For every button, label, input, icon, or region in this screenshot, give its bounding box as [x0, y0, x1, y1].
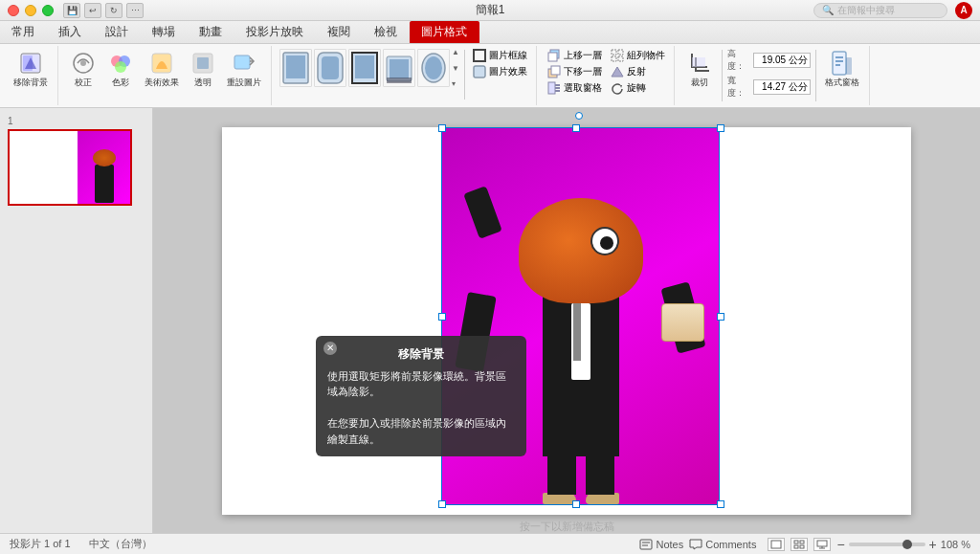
svg-rect-45 — [640, 540, 652, 549]
selection-handle-bm[interactable] — [572, 500, 580, 508]
transparency-button[interactable]: 透明 — [186, 48, 220, 91]
selection-pane-label: 選取窗格 — [564, 81, 602, 95]
correct-button[interactable]: 校正 — [66, 48, 100, 91]
tab-design[interactable]: 設計 — [94, 21, 141, 43]
ribbon-tabs: 常用 插入 設計 轉場 動畫 投影片放映 複閱 檢視 圖片格式 — [0, 21, 980, 44]
selection-handle-tr[interactable] — [717, 124, 724, 132]
tooltip-title: 移除背景 — [327, 345, 515, 363]
bring-forward-button[interactable]: 上移一層 — [545, 48, 605, 63]
close-button[interactable] — [8, 5, 19, 16]
ribbon-group-adjust: 校正 色彩 — [60, 46, 272, 105]
remove-bg-label: 移除背景 — [13, 77, 48, 89]
tooltip-line2: 在您要加入或排除於前景影像的區域內繪製直線。 — [327, 415, 515, 447]
svg-point-6 — [115, 61, 126, 73]
svg-rect-20 — [387, 78, 412, 83]
art-effects-icon — [148, 50, 175, 77]
zoom-slider[interactable] — [849, 543, 925, 546]
crop-button[interactable]: 裁切 — [682, 48, 717, 91]
width-input[interactable]: 14.27 公分 — [753, 79, 811, 95]
picture-style-presets — [279, 49, 450, 87]
view-normal-button[interactable] — [768, 538, 785, 551]
group-objects-button[interactable]: 組列物件 — [608, 48, 668, 63]
maximize-button[interactable] — [42, 5, 54, 16]
styles-scroll-up[interactable]: ▲ — [452, 48, 459, 56]
style-preset-1[interactable] — [279, 49, 312, 87]
tooltip-line1: 使用選取矩形將前景影像環繞。背景區域為陰影。 — [327, 368, 515, 400]
minimize-button[interactable] — [25, 5, 36, 16]
art-effects-button[interactable]: 美術效果 — [141, 48, 183, 91]
tab-insert[interactable]: 插入 — [47, 21, 94, 43]
svg-rect-50 — [800, 541, 804, 543]
window-title: 簡報1 — [476, 2, 505, 18]
titlebar-icons: 💾 ↩ ↻ ⋯ — [63, 3, 144, 18]
zoom-percent[interactable]: 108 % — [941, 539, 970, 550]
view-grid-button[interactable] — [791, 538, 808, 551]
ribbon-body: 移除背景 校正 — [0, 44, 980, 107]
style-preset-3[interactable] — [348, 49, 381, 87]
zoom-bar: − + 108 % — [836, 538, 970, 551]
art-effects-label: 美術效果 — [145, 77, 179, 89]
styles-expand[interactable]: ▾ — [452, 79, 459, 88]
view-presenter-button[interactable] — [813, 538, 831, 551]
selection-pane-button[interactable]: 選取窗格 — [545, 80, 605, 96]
tooltip-close-button[interactable]: ✕ — [323, 342, 337, 355]
user-avatar[interactable]: A — [955, 2, 972, 19]
tab-slideshow[interactable]: 投影片放映 — [234, 21, 316, 43]
picture-border-button[interactable]: 圖片框線 — [470, 48, 530, 63]
arrange-col2: 組列物件 反射 旋轉 — [608, 48, 668, 96]
selection-handle-ml[interactable] — [438, 313, 446, 321]
svg-rect-29 — [548, 82, 555, 94]
click-hint[interactable]: 按一下以新增備忘稿 — [520, 520, 614, 534]
svg-rect-53 — [817, 541, 827, 546]
style-preset-5[interactable] — [417, 49, 450, 87]
tab-transitions[interactable]: 轉場 — [141, 21, 188, 43]
rotate-button[interactable]: 旋轉 — [608, 80, 668, 96]
rotation-handle[interactable] — [575, 112, 583, 120]
height-input[interactable]: 19.05 公分 — [753, 53, 811, 68]
more-icon[interactable]: ⋯ — [126, 3, 144, 18]
color-button[interactable]: 色彩 — [103, 48, 138, 91]
search-box[interactable]: 🔍 在簡報中搜尋 — [813, 3, 947, 18]
slide-thumbnail-1[interactable] — [8, 129, 132, 206]
style-preset-4[interactable] — [383, 49, 415, 87]
selection-handle-br[interactable] — [717, 500, 724, 508]
tab-view[interactable]: 檢視 — [363, 21, 410, 43]
size-inputs: 高度： 19.05 公分 寬度： 14.27 公分 — [727, 48, 811, 100]
format-pane-icon — [829, 50, 856, 77]
format-pane-button[interactable]: 格式窗格 — [821, 48, 863, 91]
reflect-button[interactable]: 反射 — [608, 64, 668, 79]
remove-bg-button[interactable]: 移除背景 — [10, 48, 52, 91]
selection-handle-tl[interactable] — [438, 124, 446, 132]
selection-handle-bl[interactable] — [438, 500, 446, 508]
zoom-thumb[interactable] — [902, 540, 912, 549]
undo-icon[interactable]: ↩ — [84, 3, 101, 18]
zoom-minus-button[interactable]: − — [836, 538, 844, 551]
reset-image-button[interactable]: 重設圖片 — [223, 48, 265, 91]
svg-rect-24 — [474, 66, 485, 78]
comments-button[interactable]: Comments — [689, 539, 756, 550]
redo-icon[interactable]: ↻ — [105, 3, 122, 18]
comments-icon — [689, 539, 702, 550]
save-icon[interactable]: 💾 — [63, 3, 80, 18]
tab-review[interactable]: 複閱 — [316, 21, 363, 43]
picture-effects-button[interactable]: 圖片效果 — [470, 64, 530, 79]
tab-animations[interactable]: 動畫 — [188, 21, 234, 43]
tab-home[interactable]: 常用 — [0, 21, 47, 43]
width-input-row: 寬度： 14.27 公分 — [727, 75, 811, 100]
send-backward-button[interactable]: 下移一層 — [545, 64, 605, 79]
sep3 — [815, 50, 816, 101]
svg-rect-48 — [771, 541, 781, 548]
selection-handle-tm[interactable] — [572, 124, 580, 132]
notes-button[interactable]: Notes — [639, 539, 683, 550]
style-preset-2[interactable] — [314, 49, 346, 87]
send-backward-label: 下移一層 — [564, 65, 602, 78]
ribbon-group-remove-bg: 移除背景 — [4, 46, 58, 105]
tab-picture-format[interactable]: 圖片格式 — [410, 21, 479, 43]
canvas-area[interactable]: 按一下以新增備忘稿 ✕ 移除背景 使用選取矩形將前景影像環繞。背景區域為陰影。 … — [153, 108, 980, 533]
zoom-plus-button[interactable]: + — [929, 538, 937, 551]
selection-handle-mr[interactable] — [717, 313, 724, 321]
correct-label: 校正 — [75, 77, 92, 89]
styles-scroll-down[interactable]: ▼ — [452, 64, 459, 73]
bring-forward-label: 上移一層 — [564, 49, 602, 62]
svg-rect-34 — [618, 50, 623, 55]
